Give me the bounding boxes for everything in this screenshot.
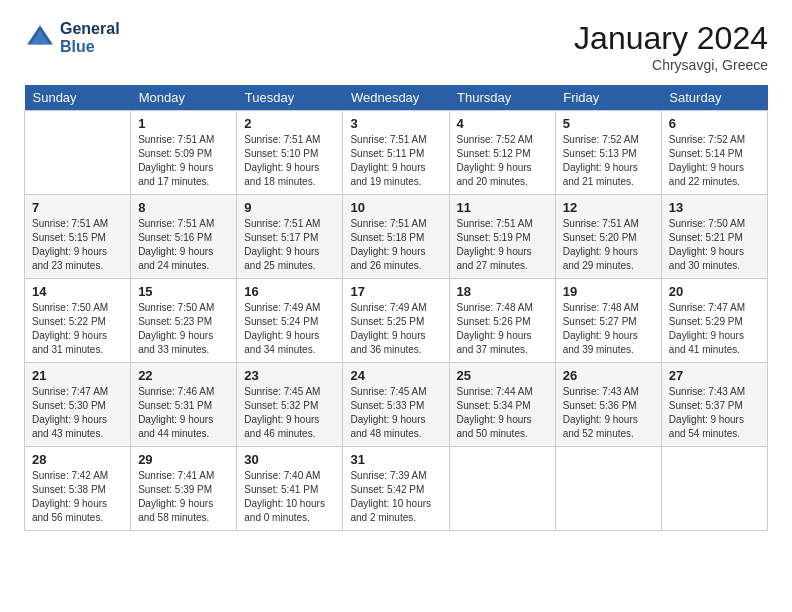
- cell-content: Sunrise: 7:47 AMSunset: 5:29 PMDaylight:…: [669, 301, 760, 357]
- logo: General Blue: [24, 20, 120, 56]
- cell-content: Sunrise: 7:39 AMSunset: 5:42 PMDaylight:…: [350, 469, 441, 525]
- calendar-week-row: 21Sunrise: 7:47 AMSunset: 5:30 PMDayligh…: [25, 363, 768, 447]
- calendar-week-row: 7Sunrise: 7:51 AMSunset: 5:15 PMDaylight…: [25, 195, 768, 279]
- logo-text: General Blue: [60, 20, 120, 56]
- calendar-cell: [449, 447, 555, 531]
- calendar-cell: 4Sunrise: 7:52 AMSunset: 5:12 PMDaylight…: [449, 111, 555, 195]
- cell-content: Sunrise: 7:50 AMSunset: 5:21 PMDaylight:…: [669, 217, 760, 273]
- calendar-cell: 11Sunrise: 7:51 AMSunset: 5:19 PMDayligh…: [449, 195, 555, 279]
- cell-content: Sunrise: 7:44 AMSunset: 5:34 PMDaylight:…: [457, 385, 548, 441]
- cell-content: Sunrise: 7:51 AMSunset: 5:11 PMDaylight:…: [350, 133, 441, 189]
- weekday-header-saturday: Saturday: [661, 85, 767, 111]
- calendar-cell: 1Sunrise: 7:51 AMSunset: 5:09 PMDaylight…: [131, 111, 237, 195]
- day-number: 10: [350, 200, 441, 215]
- day-number: 12: [563, 200, 654, 215]
- weekday-header-monday: Monday: [131, 85, 237, 111]
- calendar-cell: 14Sunrise: 7:50 AMSunset: 5:22 PMDayligh…: [25, 279, 131, 363]
- calendar-cell: 6Sunrise: 7:52 AMSunset: 5:14 PMDaylight…: [661, 111, 767, 195]
- location: Chrysavgi, Greece: [574, 57, 768, 73]
- calendar-week-row: 14Sunrise: 7:50 AMSunset: 5:22 PMDayligh…: [25, 279, 768, 363]
- calendar-cell: 18Sunrise: 7:48 AMSunset: 5:26 PMDayligh…: [449, 279, 555, 363]
- weekday-header-wednesday: Wednesday: [343, 85, 449, 111]
- cell-content: Sunrise: 7:45 AMSunset: 5:33 PMDaylight:…: [350, 385, 441, 441]
- calendar-cell: 25Sunrise: 7:44 AMSunset: 5:34 PMDayligh…: [449, 363, 555, 447]
- cell-content: Sunrise: 7:48 AMSunset: 5:26 PMDaylight:…: [457, 301, 548, 357]
- calendar-cell: 26Sunrise: 7:43 AMSunset: 5:36 PMDayligh…: [555, 363, 661, 447]
- day-number: 5: [563, 116, 654, 131]
- day-number: 29: [138, 452, 229, 467]
- cell-content: Sunrise: 7:51 AMSunset: 5:16 PMDaylight:…: [138, 217, 229, 273]
- day-number: 27: [669, 368, 760, 383]
- calendar-cell: 30Sunrise: 7:40 AMSunset: 5:41 PMDayligh…: [237, 447, 343, 531]
- calendar-cell: 22Sunrise: 7:46 AMSunset: 5:31 PMDayligh…: [131, 363, 237, 447]
- cell-content: Sunrise: 7:52 AMSunset: 5:13 PMDaylight:…: [563, 133, 654, 189]
- calendar-cell: 28Sunrise: 7:42 AMSunset: 5:38 PMDayligh…: [25, 447, 131, 531]
- day-number: 19: [563, 284, 654, 299]
- calendar-cell: 7Sunrise: 7:51 AMSunset: 5:15 PMDaylight…: [25, 195, 131, 279]
- cell-content: Sunrise: 7:52 AMSunset: 5:14 PMDaylight:…: [669, 133, 760, 189]
- calendar-cell: 15Sunrise: 7:50 AMSunset: 5:23 PMDayligh…: [131, 279, 237, 363]
- cell-content: Sunrise: 7:51 AMSunset: 5:20 PMDaylight:…: [563, 217, 654, 273]
- calendar-cell: 23Sunrise: 7:45 AMSunset: 5:32 PMDayligh…: [237, 363, 343, 447]
- day-number: 18: [457, 284, 548, 299]
- cell-content: Sunrise: 7:49 AMSunset: 5:24 PMDaylight:…: [244, 301, 335, 357]
- day-number: 17: [350, 284, 441, 299]
- day-number: 6: [669, 116, 760, 131]
- cell-content: Sunrise: 7:48 AMSunset: 5:27 PMDaylight:…: [563, 301, 654, 357]
- day-number: 9: [244, 200, 335, 215]
- cell-content: Sunrise: 7:52 AMSunset: 5:12 PMDaylight:…: [457, 133, 548, 189]
- day-number: 24: [350, 368, 441, 383]
- cell-content: Sunrise: 7:47 AMSunset: 5:30 PMDaylight:…: [32, 385, 123, 441]
- logo-icon: [24, 22, 56, 54]
- day-number: 21: [32, 368, 123, 383]
- calendar-week-row: 1Sunrise: 7:51 AMSunset: 5:09 PMDaylight…: [25, 111, 768, 195]
- calendar-week-row: 28Sunrise: 7:42 AMSunset: 5:38 PMDayligh…: [25, 447, 768, 531]
- calendar-cell: [25, 111, 131, 195]
- day-number: 23: [244, 368, 335, 383]
- calendar-cell: 16Sunrise: 7:49 AMSunset: 5:24 PMDayligh…: [237, 279, 343, 363]
- calendar-cell: 24Sunrise: 7:45 AMSunset: 5:33 PMDayligh…: [343, 363, 449, 447]
- calendar-cell: 2Sunrise: 7:51 AMSunset: 5:10 PMDaylight…: [237, 111, 343, 195]
- cell-content: Sunrise: 7:50 AMSunset: 5:22 PMDaylight:…: [32, 301, 123, 357]
- cell-content: Sunrise: 7:45 AMSunset: 5:32 PMDaylight:…: [244, 385, 335, 441]
- calendar-cell: 8Sunrise: 7:51 AMSunset: 5:16 PMDaylight…: [131, 195, 237, 279]
- month-title: January 2024: [574, 20, 768, 57]
- day-number: 2: [244, 116, 335, 131]
- calendar-cell: 29Sunrise: 7:41 AMSunset: 5:39 PMDayligh…: [131, 447, 237, 531]
- day-number: 30: [244, 452, 335, 467]
- day-number: 3: [350, 116, 441, 131]
- calendar-cell: [555, 447, 661, 531]
- cell-content: Sunrise: 7:49 AMSunset: 5:25 PMDaylight:…: [350, 301, 441, 357]
- cell-content: Sunrise: 7:51 AMSunset: 5:19 PMDaylight:…: [457, 217, 548, 273]
- cell-content: Sunrise: 7:51 AMSunset: 5:18 PMDaylight:…: [350, 217, 441, 273]
- cell-content: Sunrise: 7:46 AMSunset: 5:31 PMDaylight:…: [138, 385, 229, 441]
- cell-content: Sunrise: 7:51 AMSunset: 5:10 PMDaylight:…: [244, 133, 335, 189]
- calendar-cell: 19Sunrise: 7:48 AMSunset: 5:27 PMDayligh…: [555, 279, 661, 363]
- calendar-table: SundayMondayTuesdayWednesdayThursdayFrid…: [24, 85, 768, 531]
- cell-content: Sunrise: 7:41 AMSunset: 5:39 PMDaylight:…: [138, 469, 229, 525]
- cell-content: Sunrise: 7:50 AMSunset: 5:23 PMDaylight:…: [138, 301, 229, 357]
- calendar-cell: 20Sunrise: 7:47 AMSunset: 5:29 PMDayligh…: [661, 279, 767, 363]
- cell-content: Sunrise: 7:51 AMSunset: 5:15 PMDaylight:…: [32, 217, 123, 273]
- cell-content: Sunrise: 7:51 AMSunset: 5:09 PMDaylight:…: [138, 133, 229, 189]
- day-number: 28: [32, 452, 123, 467]
- cell-content: Sunrise: 7:42 AMSunset: 5:38 PMDaylight:…: [32, 469, 123, 525]
- day-number: 4: [457, 116, 548, 131]
- header: General Blue January 2024 Chrysavgi, Gre…: [24, 20, 768, 73]
- day-number: 25: [457, 368, 548, 383]
- title-block: January 2024 Chrysavgi, Greece: [574, 20, 768, 73]
- weekday-header-tuesday: Tuesday: [237, 85, 343, 111]
- calendar-cell: 3Sunrise: 7:51 AMSunset: 5:11 PMDaylight…: [343, 111, 449, 195]
- weekday-header-sunday: Sunday: [25, 85, 131, 111]
- day-number: 13: [669, 200, 760, 215]
- calendar-cell: 5Sunrise: 7:52 AMSunset: 5:13 PMDaylight…: [555, 111, 661, 195]
- calendar-cell: [661, 447, 767, 531]
- calendar-cell: 12Sunrise: 7:51 AMSunset: 5:20 PMDayligh…: [555, 195, 661, 279]
- day-number: 31: [350, 452, 441, 467]
- day-number: 14: [32, 284, 123, 299]
- day-number: 1: [138, 116, 229, 131]
- day-number: 26: [563, 368, 654, 383]
- day-number: 11: [457, 200, 548, 215]
- calendar-cell: 13Sunrise: 7:50 AMSunset: 5:21 PMDayligh…: [661, 195, 767, 279]
- cell-content: Sunrise: 7:43 AMSunset: 5:37 PMDaylight:…: [669, 385, 760, 441]
